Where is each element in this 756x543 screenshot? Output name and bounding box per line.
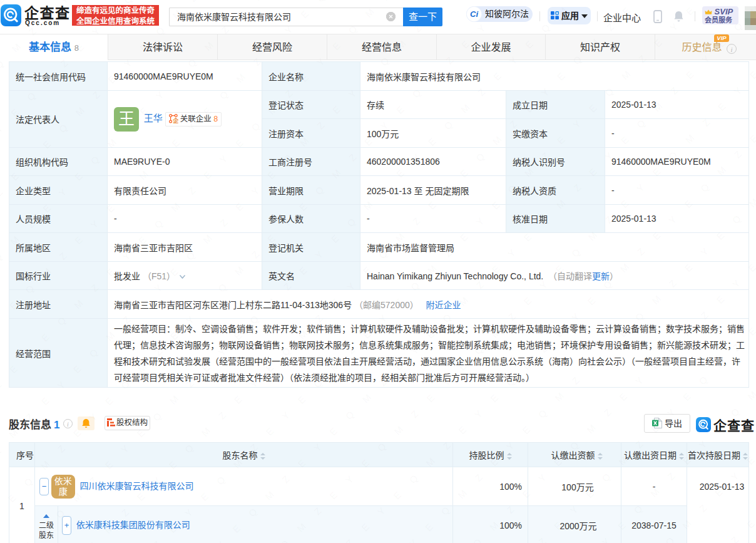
- svg-text:企: 企: [172, 117, 178, 123]
